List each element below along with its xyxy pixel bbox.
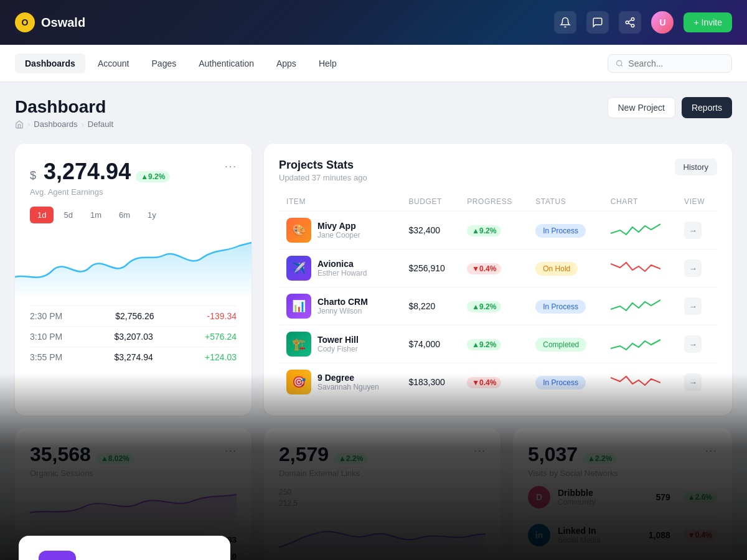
earnings-card: $ 3,274.94 ▲9.2% Avg. Agent Earnings ⋯ 1…	[15, 144, 251, 416]
logo-icon: O	[15, 12, 35, 32]
social-label: Visits by Social Networks	[528, 469, 618, 478]
currency-symbol: $	[30, 169, 36, 182]
new-project-button[interactable]: New Project	[608, 97, 675, 118]
reports-button[interactable]: Reports	[682, 97, 732, 118]
earnings-row: 2:30 PM $2,756.26 -139.34	[30, 306, 237, 326]
notification-icon[interactable]	[554, 11, 576, 34]
table-row: ✈️ Avionica Esther Howard $256,910 ▼0.4%…	[279, 250, 717, 287]
svg-point-5	[617, 60, 622, 65]
filter-5d[interactable]: 5d	[56, 207, 80, 223]
col-progress: PROGRESS	[459, 192, 528, 212]
project-thumb: 🎯	[286, 370, 311, 394]
home-icon	[15, 120, 24, 129]
sessions-value: 35,568	[30, 443, 91, 466]
breadcrumb-default: Default	[88, 119, 113, 129]
earnings-header: $ 3,274.94 ▲9.2% Avg. Agent Earnings ⋯	[30, 159, 237, 197]
messages-icon[interactable]	[586, 11, 609, 34]
page-title: Dashboard	[15, 97, 113, 117]
col-status: STATUS	[528, 192, 603, 212]
projects-updated: Updated 37 minutes ago	[279, 173, 367, 182]
svg-line-4	[629, 20, 632, 22]
col-chart: CHART	[603, 192, 677, 212]
view-row-button[interactable]: →	[684, 222, 702, 239]
earnings-row: 3:10 PM $3,207.03 +576.24	[30, 326, 237, 347]
links-chart: 250 212.5	[279, 488, 486, 560]
view-row-button[interactable]: →	[684, 335, 702, 353]
project-thumb: 🎨	[286, 218, 311, 243]
filter-1d[interactable]: 1d	[30, 207, 54, 223]
col-view: VIEW	[677, 192, 717, 212]
search-icon	[616, 59, 623, 68]
social-value: 5,037	[528, 443, 578, 466]
projects-title: Projects Stats	[279, 159, 367, 172]
sessions-label: Organic Sessions	[30, 469, 134, 478]
links-change: ▲2.2%	[334, 453, 368, 464]
view-row-button[interactable]: →	[684, 373, 702, 391]
project-thumb: 🏗️	[286, 332, 311, 357]
search-input[interactable]	[628, 58, 724, 68]
projects-card: Projects Stats Updated 37 minutes ago Hi…	[264, 144, 732, 416]
bootstrap-promo-card: B Bootstrap 5	[19, 536, 230, 560]
social-item-dribbble: D Dribbble Community 579 ▲2.6%	[528, 478, 717, 516]
breadcrumb-dashboards: Dashboards	[34, 119, 77, 129]
table-row: 📊 Charto CRM Jenny Wilson $8,220 ▲9.2% I…	[279, 287, 717, 325]
sessions-change: ▲8.02%	[96, 453, 134, 464]
col-budget: BUDGET	[401, 192, 459, 212]
social-item-slack: S Slack Community 794 ▲0.2%	[528, 554, 717, 560]
earnings-table: 2:30 PM $2,756.26 -139.34 3:10 PM $3,207…	[30, 306, 237, 367]
earnings-chart	[15, 233, 251, 296]
project-thumb: 📊	[286, 294, 311, 319]
more-options-button[interactable]: ⋯	[224, 159, 237, 174]
time-filters: 1d 5d 1m 6m 1y	[30, 207, 237, 223]
social-more-button[interactable]: ⋯	[705, 443, 717, 458]
social-card: 5,037 ▲2.2% Visits by Social Networks ⋯ …	[513, 428, 732, 560]
earnings-row: 3:55 PM $3,274.94 +124.03	[30, 347, 237, 367]
nav-account[interactable]: Account	[88, 54, 139, 73]
col-item: ITEM	[279, 192, 401, 212]
filter-1y[interactable]: 1y	[140, 207, 164, 223]
earnings-change-badge: ▲9.2%	[136, 171, 170, 182]
view-row-button[interactable]: →	[684, 259, 702, 277]
sessions-more-button[interactable]: ⋯	[224, 443, 237, 458]
search-bar	[608, 54, 732, 73]
earnings-amount: 3,274.94	[44, 159, 131, 185]
nav-pages[interactable]: Pages	[142, 54, 187, 73]
invite-button[interactable]: + Invite	[684, 12, 732, 32]
avatar[interactable]: U	[651, 11, 674, 34]
top-header: O Oswald U + Invite	[0, 0, 747, 45]
social-item-linkedin: in Linked In Social Media 1,088 ▼0.4%	[528, 516, 717, 554]
sessions-area-chart	[30, 488, 237, 525]
links-card: 2,579 ▲2.2% Domain External Links ⋯ 250 …	[264, 428, 500, 560]
nav-authentication[interactable]: Authentication	[189, 54, 264, 73]
filter-1m[interactable]: 1m	[83, 207, 109, 223]
page-title-area: Dashboard › Dashboards › Default	[15, 97, 113, 129]
projects-table: ITEM BUDGET PROGRESS STATUS CHART VIEW 🎨	[279, 192, 717, 401]
svg-line-6	[621, 65, 622, 66]
dribbble-icon: D	[528, 486, 550, 508]
project-thumb: ✈️	[286, 256, 311, 281]
nav-apps[interactable]: Apps	[266, 54, 306, 73]
table-row: 🎨 Mivy App Jane Cooper $32,400 ▲9.2% In …	[279, 212, 717, 250]
earnings-label: Avg. Agent Earnings	[30, 187, 170, 197]
svg-line-3	[629, 23, 632, 25]
links-value: 2,579	[279, 443, 329, 466]
table-row: 🎯 9 Degree Savannah Nguyen $183,300 ▼0.4…	[279, 363, 717, 401]
history-button[interactable]: History	[675, 159, 717, 175]
links-more-button[interactable]: ⋯	[473, 443, 486, 458]
nav-help[interactable]: Help	[309, 54, 347, 73]
page-header: Dashboard › Dashboards › Default New Pro…	[15, 97, 732, 129]
header-icons: U + Invite	[554, 11, 732, 34]
page-actions: New Project Reports	[608, 97, 733, 118]
share-icon[interactable]	[619, 11, 641, 34]
filter-6m[interactable]: 6m	[111, 207, 138, 223]
projects-header: Projects Stats Updated 37 minutes ago Hi…	[279, 159, 717, 182]
view-row-button[interactable]: →	[684, 297, 702, 315]
links-label: Domain External Links	[279, 469, 368, 478]
breadcrumb: › Dashboards › Default	[15, 119, 113, 129]
earnings-info: $ 3,274.94 ▲9.2% Avg. Agent Earnings	[30, 159, 170, 197]
linkedin-icon: in	[528, 524, 550, 546]
nav-bar: Dashboards Account Pages Authentication …	[0, 45, 747, 82]
page-content: Dashboard › Dashboards › Default New Pro…	[0, 82, 747, 560]
main-cards-row: $ 3,274.94 ▲9.2% Avg. Agent Earnings ⋯ 1…	[15, 144, 732, 416]
nav-dashboards[interactable]: Dashboards	[15, 54, 85, 73]
